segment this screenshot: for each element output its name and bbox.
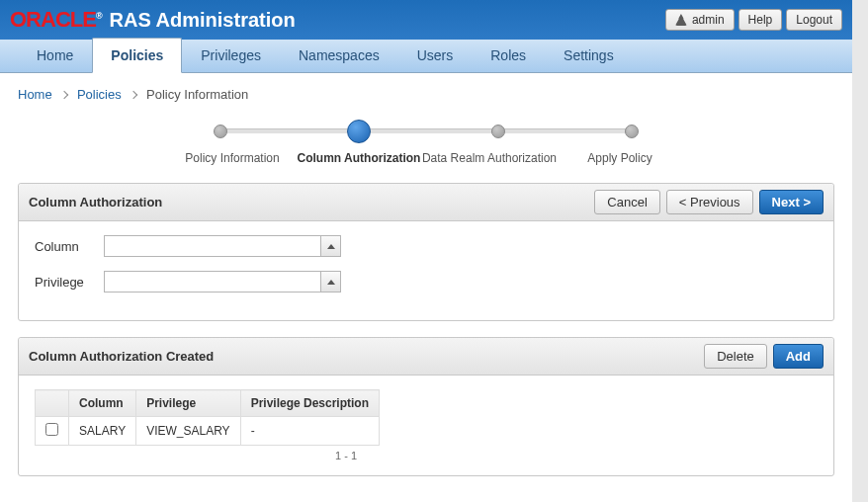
caret-up-icon — [327, 244, 335, 249]
wizard-label-4: Apply Policy — [557, 151, 683, 165]
caret-up-icon — [327, 280, 335, 285]
nav-policies[interactable]: Policies — [92, 38, 182, 73]
chevron-right-icon — [60, 91, 68, 99]
wizard-step-4[interactable] — [625, 125, 639, 138]
brand-logo: ORACLE® — [10, 7, 102, 33]
crumb-current: Policy Information — [146, 87, 248, 102]
column-input[interactable] — [104, 235, 321, 257]
user-menu-button[interactable]: admin — [665, 9, 735, 31]
crumb-policies[interactable]: Policies — [77, 87, 122, 102]
nav-namespaces[interactable]: Namespaces — [280, 38, 398, 72]
previous-button[interactable]: < Previous — [666, 190, 753, 214]
chevron-right-icon — [130, 91, 137, 99]
cancel-button[interactable]: Cancel — [594, 190, 659, 214]
wizard-step-2[interactable] — [347, 120, 371, 143]
cell-privilege: VIEW_SALARY — [136, 417, 240, 446]
wizard-label-3: Data Realm Authorization — [422, 151, 557, 165]
user-icon — [675, 14, 687, 26]
next-button[interactable]: Next > — [759, 190, 824, 214]
add-button[interactable]: Add — [773, 344, 824, 369]
crumb-home[interactable]: Home — [18, 87, 52, 102]
panel-title: Column Authorization Created — [29, 349, 214, 364]
nav-settings[interactable]: Settings — [545, 38, 633, 72]
help-button[interactable]: Help — [738, 9, 783, 31]
cell-column: SALARY — [69, 417, 136, 446]
logout-button[interactable]: Logout — [786, 9, 842, 31]
wizard-step-1[interactable] — [214, 125, 227, 138]
scrollbar-thumb[interactable] — [854, 138, 866, 198]
cell-description: - — [240, 417, 379, 446]
delete-button[interactable]: Delete — [704, 344, 767, 369]
auth-table: Column Privilege Privilege Description S… — [35, 389, 380, 446]
nav-privileges[interactable]: Privileges — [182, 38, 280, 72]
col-checkbox-header — [36, 390, 69, 417]
nav-home[interactable]: Home — [18, 38, 92, 72]
row-range: 1 - 1 — [35, 446, 363, 461]
wizard-train: Policy Information Column Authorization … — [18, 120, 834, 165]
nav-users[interactable]: Users — [398, 38, 473, 72]
wizard-track-line — [219, 128, 633, 134]
privilege-label: Privilege — [35, 275, 104, 290]
app-header: ORACLE® RAS Administration admin Help Lo… — [0, 0, 852, 40]
row-checkbox[interactable] — [45, 423, 58, 436]
user-name: admin — [692, 13, 725, 27]
wizard-step-3[interactable] — [491, 125, 505, 138]
privilege-input[interactable] — [104, 271, 321, 293]
column-authorization-panel: Column Authorization Cancel < Previous N… — [18, 183, 834, 321]
column-dropdown-button[interactable] — [321, 235, 341, 257]
col-column-header: Column — [69, 390, 136, 417]
column-authorization-created-panel: Column Authorization Created Delete Add … — [18, 337, 834, 476]
breadcrumb: Home Policies Policy Information — [18, 87, 834, 102]
column-label: Column — [35, 239, 104, 254]
wizard-label-2: Column Authorization — [296, 151, 422, 165]
privilege-dropdown-button[interactable] — [321, 271, 341, 293]
main-nav: Home Policies Privileges Namespaces User… — [0, 40, 852, 73]
app-title: RAS Administration — [110, 9, 296, 32]
panel-title: Column Authorization — [29, 195, 162, 209]
nav-roles[interactable]: Roles — [472, 38, 545, 72]
col-desc-header: Privilege Description — [240, 390, 379, 417]
col-privilege-header: Privilege — [136, 390, 240, 417]
wizard-label-1: Policy Information — [169, 151, 296, 165]
table-row: SALARY VIEW_SALARY - — [36, 417, 380, 446]
